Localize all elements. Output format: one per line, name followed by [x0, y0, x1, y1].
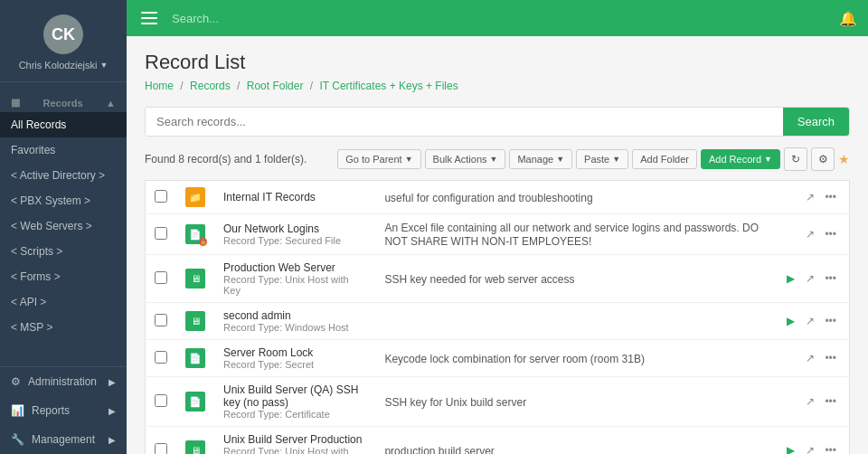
search-button[interactable]: Search: [783, 108, 849, 136]
record-checkbox[interactable]: [155, 443, 167, 455]
management-chevron: ▶: [108, 435, 116, 445]
record-checkbox[interactable]: [155, 314, 167, 326]
share-button[interactable]: ↗: [802, 189, 818, 205]
record-description: production build server: [384, 445, 494, 455]
sidebar-item-administration[interactable]: ⚙ Administration ▶: [0, 367, 127, 396]
notification-bell-icon[interactable]: 🔔: [839, 10, 857, 27]
breadcrumb-records[interactable]: Records: [190, 80, 231, 92]
sidebar-item-management[interactable]: 🔧 Management ▶: [0, 425, 127, 454]
table-row: 📄 Unix Build Server (QA) SSH key (no pas…: [146, 377, 850, 427]
sidebar-item-api[interactable]: < API >: [0, 289, 127, 315]
administration-chevron: ▶: [108, 377, 116, 387]
record-name[interactable]: Unix Build Server Production: [223, 433, 366, 446]
share-button[interactable]: ↗: [802, 442, 818, 454]
more-button[interactable]: •••: [821, 393, 840, 410]
record-name[interactable]: Internal IT Records: [223, 191, 366, 203]
record-type-icon-box: 📄: [185, 348, 205, 368]
sidebar-item-web-servers[interactable]: < Web Servers >: [0, 213, 127, 239]
sidebar-item-msp[interactable]: < MSP >: [0, 315, 127, 340]
record-name[interactable]: Our Network Logins: [223, 222, 366, 235]
user-name: Chris Kolodziejski ▼: [19, 60, 108, 71]
administration-label: Administration: [28, 375, 97, 388]
record-type-glyph: 🖥: [191, 316, 201, 326]
table-row: 📄 Server Room Lock Record Type: Secret K…: [146, 340, 850, 377]
share-button[interactable]: ↗: [802, 270, 818, 287]
record-actions-cell: ↗ •••: [774, 214, 849, 255]
record-icon-cell: 📄 🔒: [176, 214, 214, 255]
record-name[interactable]: second admin: [223, 309, 366, 322]
reports-chevron: ▶: [108, 406, 116, 416]
more-button[interactable]: •••: [821, 442, 840, 454]
record-icon-cell: 📁: [176, 181, 214, 214]
record-checkbox-cell: [146, 340, 177, 377]
lock-badge-icon: 🔒: [199, 238, 207, 246]
breadcrumb-root-folder[interactable]: Root Folder: [247, 80, 304, 92]
user-profile[interactable]: CK Chris Kolodziejski ▼: [0, 0, 127, 82]
add-record-button[interactable]: Add Record ▼: [701, 149, 780, 169]
sidebar-item-reports[interactable]: 📊 Reports ▶: [0, 396, 127, 425]
record-subtype: Record Type: Secured File: [223, 235, 366, 246]
records-section-header[interactable]: ▦ Records ▲: [0, 90, 127, 112]
more-button[interactable]: •••: [821, 270, 840, 287]
play-button[interactable]: ▶: [783, 442, 798, 454]
record-subtype: Record Type: Secret: [223, 359, 366, 370]
sidebar-item-favorites[interactable]: Favorites: [0, 137, 127, 163]
record-name[interactable]: Production Web Server: [223, 261, 366, 274]
sidebar-item-scripts[interactable]: < Scripts >: [0, 239, 127, 264]
favorite-star-icon[interactable]: ★: [838, 152, 850, 166]
play-button[interactable]: ▶: [783, 313, 798, 329]
record-type-icon-box: 🖥: [185, 311, 205, 331]
search-input[interactable]: [146, 108, 783, 136]
toolbar: Found 8 record(s) and 1 folder(s). Go to…: [145, 147, 850, 171]
share-button[interactable]: ↗: [802, 313, 818, 329]
record-checkbox[interactable]: [155, 190, 167, 203]
sidebar-nav: ▦ Records ▲ All Records Favorites < Acti…: [0, 82, 127, 366]
api-label: < API >: [11, 296, 46, 308]
add-folder-button[interactable]: Add Folder: [632, 149, 697, 169]
record-description-cell: useful for configuration and troubleshoo…: [375, 181, 774, 214]
more-button[interactable]: •••: [821, 350, 840, 366]
paste-button[interactable]: Paste ▼: [576, 149, 628, 169]
more-button[interactable]: •••: [821, 189, 840, 205]
sidebar-item-forms[interactable]: < Forms >: [0, 264, 127, 289]
record-name[interactable]: Unix Build Server (QA) SSH key (no pass): [223, 383, 366, 409]
more-button[interactable]: •••: [821, 313, 840, 329]
main-area: 🔔 Record List Home / Records / Root Fold…: [127, 0, 868, 454]
share-button[interactable]: ↗: [802, 226, 818, 242]
goto-parent-button[interactable]: Go to Parent ▼: [337, 149, 420, 169]
bulk-actions-button[interactable]: Bulk Actions ▼: [425, 149, 506, 169]
record-checkbox[interactable]: [155, 271, 167, 284]
topbar-search-input[interactable]: [172, 12, 839, 25]
scripts-label: < Scripts >: [11, 245, 62, 258]
share-button[interactable]: ↗: [802, 393, 818, 410]
record-description-cell: An Excel file containing all our network…: [375, 214, 774, 255]
manage-button[interactable]: Manage ▼: [509, 149, 572, 169]
administration-icon: ⚙: [11, 375, 21, 388]
sidebar-item-pbx-system[interactable]: < PBX System >: [0, 188, 127, 213]
add-record-caret: ▼: [764, 155, 772, 164]
record-checkbox-cell: [146, 427, 177, 455]
record-name[interactable]: Server Room Lock: [223, 346, 366, 359]
play-button[interactable]: ▶: [783, 270, 798, 287]
more-button[interactable]: •••: [821, 226, 840, 242]
breadcrumb-it-certs[interactable]: IT Certificates + Keys + Files: [320, 80, 458, 92]
share-button[interactable]: ↗: [802, 350, 818, 366]
settings-icon-btn[interactable]: ⚙: [811, 147, 835, 171]
record-checkbox-cell: [146, 181, 177, 214]
sidebar-item-active-directory[interactable]: < Active Directory >: [0, 163, 127, 188]
records-table: 📁 Internal IT Records useful for configu…: [145, 180, 850, 454]
record-checkbox[interactable]: [155, 227, 167, 240]
record-checkbox[interactable]: [155, 351, 167, 364]
record-type-glyph: 📁: [189, 192, 202, 203]
table-row: 📁 Internal IT Records useful for configu…: [146, 181, 850, 214]
record-checkbox[interactable]: [155, 394, 167, 407]
breadcrumb-home[interactable]: Home: [145, 80, 174, 92]
record-description-cell: SSH key for Unix build server: [375, 377, 774, 427]
record-checkbox-cell: [146, 214, 177, 255]
record-description: Keycode lock combination for server room…: [384, 353, 644, 365]
menu-button[interactable]: [137, 5, 163, 31]
record-icon-cell: 📄: [176, 340, 214, 377]
sidebar-item-all-records[interactable]: All Records: [0, 112, 127, 137]
refresh-button[interactable]: ↻: [784, 147, 807, 171]
record-checkbox-cell: [146, 377, 177, 427]
